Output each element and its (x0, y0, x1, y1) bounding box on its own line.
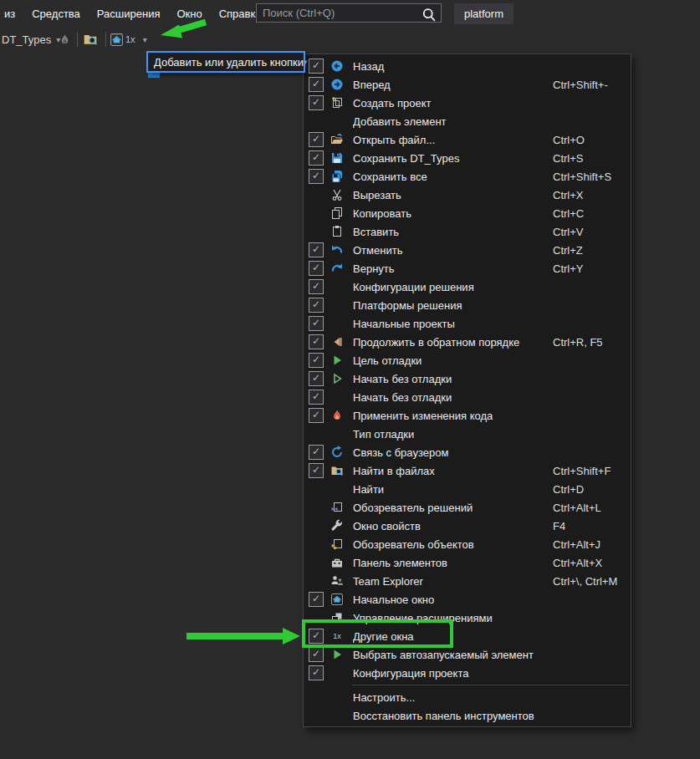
hot-reload-button[interactable] (59, 27, 71, 52)
menu-item[interactable]: Окно свойств F4 (304, 517, 631, 535)
no-icon (330, 690, 345, 705)
menubar-item-truncated[interactable]: из (0, 4, 23, 23)
menu-item-shortcut: Ctrl+V (553, 226, 631, 238)
zoom-level-dropdown[interactable]: 1x ▾ (125, 27, 147, 52)
menu-item-checkbox[interactable]: ✓ (309, 463, 324, 478)
menu-item[interactable]: ✓ Сохранить DT_Types Ctrl+S (304, 149, 631, 167)
menu-item-checkbox[interactable]: ✓ (309, 150, 324, 166)
menu-item-checkbox[interactable]: ✓ (309, 334, 324, 349)
menu-item[interactable]: ✓ Платформы решения (304, 296, 631, 314)
menu-item-label: Вставить (353, 226, 553, 238)
configuration-combobox[interactable]: DT_Types ▾ (2, 27, 60, 52)
menu-item[interactable]: Добавить элемент (304, 112, 631, 130)
menu-item[interactable]: ✓ Начать без отладки (304, 369, 631, 388)
menu-item-checkbox[interactable]: ✓ (309, 132, 324, 147)
menu-item-label: Конфигурации решения (353, 281, 553, 293)
menu-item[interactable]: Найти Ctrl+D (304, 480, 631, 498)
menu-item[interactable]: ✓ Начальные проекты (304, 314, 631, 333)
find-in-files-icon (330, 463, 345, 478)
menu-item-checkbox[interactable]: ✓ (309, 242, 324, 257)
add-remove-buttons-flyout-menu: ✓ Назад ✓ Вперед Ctrl+Shift+- ✓ Создать … (303, 53, 631, 727)
menu-item[interactable]: Управление расширениями (304, 609, 631, 627)
menu-item-checkbox[interactable]: ✓ (309, 445, 324, 460)
solution-explorer-icon (330, 500, 345, 515)
no-icon (330, 708, 345, 723)
menu-item[interactable]: Тип отладки (304, 425, 631, 443)
menu-item[interactable]: Панель элементов Ctrl+Alt+X (304, 553, 631, 572)
menu-item-shortcut: Ctrl+S (553, 152, 631, 165)
menu-item[interactable]: ✓ Начать без отладки (304, 388, 631, 406)
menu-item-checkbox[interactable]: ✓ (309, 261, 324, 276)
menubar-item-window[interactable]: Окно (168, 4, 210, 23)
menu-item-checkbox[interactable]: ✓ (309, 371, 324, 386)
menu-item-checkbox[interactable]: ✓ (309, 298, 324, 313)
menu-item-checkbox[interactable]: ✓ (309, 316, 324, 331)
menu-item[interactable]: ✓ Вперед Ctrl+Shift+- (304, 75, 631, 94)
menu-item-checkbox[interactable]: ✓ (309, 169, 324, 184)
menu-item-checkbox[interactable]: ✓ (309, 592, 324, 607)
zoom-level-label: 1x (125, 34, 135, 44)
search-icon[interactable] (421, 7, 437, 20)
menu-item[interactable]: ✓ Начальное окно (304, 590, 631, 609)
menu-item[interactable]: Обозреватель решений Ctrl+Alt+L (304, 498, 631, 517)
menu-item[interactable]: ✓ Сохранить все Ctrl+Shift+S (304, 167, 631, 186)
menu-item-shortcut: Ctrl+Z (553, 244, 631, 257)
configuration-combobox-label: DT_Types (2, 33, 51, 46)
menu-item[interactable]: ✓ Продолжить в обратном порядке Ctrl+R, … (304, 333, 631, 351)
menu-item[interactable]: Настроить... (304, 688, 631, 706)
menu-item-label: Начать без отладки (353, 391, 553, 404)
menubar-item-tools[interactable]: Средства (23, 4, 89, 23)
toolbar: DT_Types ▾ 1x ▾ ▾ (0, 27, 700, 52)
menu-item[interactable]: Восстановить панель инструментов (304, 706, 631, 725)
object-browser-icon (330, 537, 345, 552)
platform-button[interactable]: platform (454, 3, 514, 24)
menu-item-checkbox (309, 708, 324, 723)
menu-item[interactable]: ✓ Применить изменения кода (304, 406, 631, 425)
add-remove-buttons-menu-item[interactable]: Добавить или удалить кнопки ▾ (146, 51, 305, 73)
find-in-files-icon (83, 32, 98, 47)
menu-item[interactable]: ✓ Вернуть Ctrl+Y (304, 259, 631, 278)
menu-item[interactable]: ✓ Конфигурации решения (304, 278, 631, 296)
menu-item-checkbox[interactable]: ✓ (309, 647, 324, 662)
menu-item-checkbox (309, 206, 324, 221)
menu-item-checkbox[interactable]: ✓ (309, 95, 324, 110)
menu-item-checkbox[interactable]: ✓ (309, 279, 324, 294)
menu-item[interactable]: ✓ Связь с браузером (304, 443, 631, 461)
menu-item-checkbox (309, 690, 324, 705)
menu-item-checkbox[interactable]: ✓ (309, 408, 324, 423)
search-input[interactable]: Поиск (Ctrl+Q) (256, 3, 442, 23)
menu-item-shortcut: Ctrl+O (553, 134, 631, 146)
menubar-item-extensions[interactable]: Расширения (89, 4, 169, 23)
app-window: из Средства Расширения Окно Справка Поис… (0, 0, 700, 759)
platform-button-label: platform (464, 8, 503, 20)
menu-item[interactable]: ✓ Отменить Ctrl+Z (304, 241, 631, 259)
menu-item[interactable]: Вставить Ctrl+V (304, 222, 631, 241)
start-window-button[interactable] (110, 27, 124, 52)
no-icon (330, 481, 345, 497)
menu-item[interactable]: Обозреватель объектов Ctrl+Alt+J (304, 535, 631, 553)
menu-item[interactable]: ✓ Создать проект (304, 94, 631, 112)
menu-item-shortcut: Ctrl+Alt+X (553, 557, 631, 569)
menu-item-checkbox[interactable]: ✓ (309, 665, 324, 680)
menu-item[interactable]: ✓ Цель отладки (304, 351, 631, 369)
undo-icon (330, 242, 345, 257)
find-in-files-button[interactable] (83, 27, 98, 52)
menu-item-label: Назад (353, 60, 553, 73)
menu-item[interactable]: Копировать Ctrl+C (304, 204, 631, 222)
menu-item[interactable]: Team Explorer Ctrl+\, Ctrl+M (304, 572, 631, 590)
menu-separator (352, 685, 629, 685)
menu-item-checkbox (309, 500, 324, 515)
menu-item-checkbox[interactable]: ✓ (309, 390, 324, 405)
menu-item[interactable]: ✓ Открыть файл... Ctrl+O (304, 130, 631, 149)
annotation-arrow-other-windows (186, 628, 300, 644)
menu-item-checkbox[interactable]: ✓ (309, 77, 324, 92)
menu-item[interactable]: ✓ 1x Другие окна (304, 627, 631, 645)
menu-item-checkbox[interactable]: ✓ (309, 353, 324, 368)
menu-item[interactable]: ✓ Назад (304, 57, 631, 75)
menu-item[interactable]: ✓ Конфигурация проекта (304, 664, 631, 682)
menu-item[interactable]: Вырезать Ctrl+X (304, 186, 631, 204)
menu-item[interactable]: ✓ Выбрать автозапускаемый элемент (304, 645, 631, 664)
menu-item-checkbox (309, 114, 324, 129)
menu-item-checkbox[interactable]: ✓ (309, 629, 324, 644)
menu-item[interactable]: ✓ Найти в файлах Ctrl+Shift+F (304, 461, 631, 480)
